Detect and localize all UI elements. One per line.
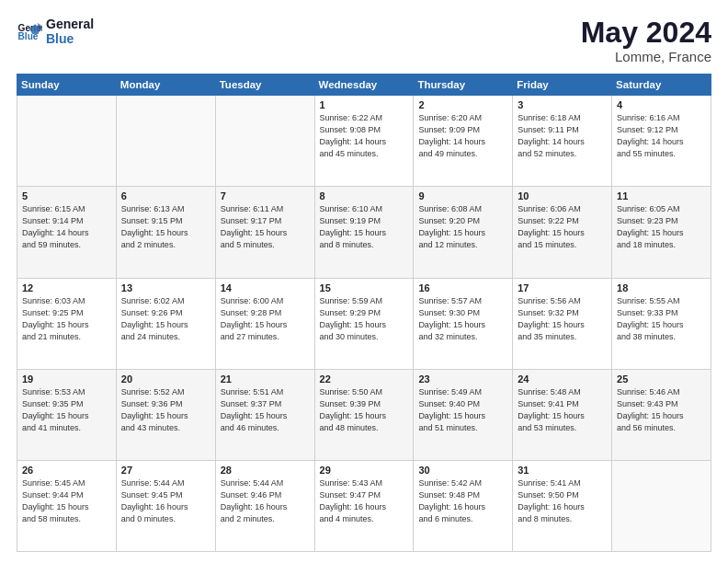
calendar-cell: 5Sunrise: 6:15 AM Sunset: 9:14 PM Daylig… xyxy=(17,187,117,278)
day-info: Sunrise: 6:16 AM Sunset: 9:12 PM Dayligh… xyxy=(617,112,706,160)
weekday-header-monday: Monday xyxy=(116,75,215,96)
day-number: 9 xyxy=(418,190,507,201)
calendar-cell: 29Sunrise: 5:43 AM Sunset: 9:47 PM Dayli… xyxy=(314,460,414,551)
day-info: Sunrise: 5:59 AM Sunset: 9:29 PM Dayligh… xyxy=(320,295,409,343)
day-number: 21 xyxy=(221,373,310,385)
day-number: 3 xyxy=(518,99,607,110)
day-info: Sunrise: 5:41 AM Sunset: 9:50 PM Dayligh… xyxy=(518,477,607,525)
calendar-cell: 3Sunrise: 6:18 AM Sunset: 9:11 PM Daylig… xyxy=(513,96,612,187)
day-number: 25 xyxy=(617,373,706,385)
day-info: Sunrise: 5:52 AM Sunset: 9:36 PM Dayligh… xyxy=(121,386,210,434)
calendar-cell: 6Sunrise: 6:13 AM Sunset: 9:15 PM Daylig… xyxy=(116,187,215,278)
weekday-header-tuesday: Tuesday xyxy=(215,75,314,96)
day-number: 6 xyxy=(121,190,210,201)
day-info: Sunrise: 5:48 AM Sunset: 9:41 PM Dayligh… xyxy=(518,386,607,434)
weekday-header-saturday: Saturday xyxy=(612,75,711,96)
calendar-cell: 10Sunrise: 6:06 AM Sunset: 9:22 PM Dayli… xyxy=(513,187,612,278)
logo: General Blue General Blue xyxy=(17,17,94,46)
day-number: 23 xyxy=(418,373,507,385)
calendar-cell: 13Sunrise: 6:02 AM Sunset: 9:26 PM Dayli… xyxy=(116,278,215,369)
calendar-cell xyxy=(215,96,314,187)
calendar-cell: 25Sunrise: 5:46 AM Sunset: 9:43 PM Dayli… xyxy=(612,369,711,460)
day-number: 22 xyxy=(320,373,409,385)
day-info: Sunrise: 6:05 AM Sunset: 9:23 PM Dayligh… xyxy=(617,203,706,251)
day-info: Sunrise: 5:50 AM Sunset: 9:39 PM Dayligh… xyxy=(320,386,409,434)
day-info: Sunrise: 5:42 AM Sunset: 9:48 PM Dayligh… xyxy=(418,477,507,525)
calendar-cell: 31Sunrise: 5:41 AM Sunset: 9:50 PM Dayli… xyxy=(513,460,612,551)
weekday-header-thursday: Thursday xyxy=(414,75,513,96)
header: General Blue General Blue May 2024 Lomme… xyxy=(17,17,711,64)
day-info: Sunrise: 5:55 AM Sunset: 9:33 PM Dayligh… xyxy=(617,295,706,343)
day-info: Sunrise: 6:15 AM Sunset: 9:14 PM Dayligh… xyxy=(22,203,111,251)
weekday-header-wednesday: Wednesday xyxy=(314,75,414,96)
calendar-cell: 28Sunrise: 5:44 AM Sunset: 9:46 PM Dayli… xyxy=(215,460,314,551)
day-info: Sunrise: 6:11 AM Sunset: 9:17 PM Dayligh… xyxy=(221,203,310,251)
day-number: 8 xyxy=(320,190,409,201)
calendar-cell xyxy=(116,96,215,187)
day-info: Sunrise: 5:49 AM Sunset: 9:40 PM Dayligh… xyxy=(418,386,507,434)
day-number: 11 xyxy=(617,190,706,201)
day-info: Sunrise: 6:22 AM Sunset: 9:08 PM Dayligh… xyxy=(320,112,409,160)
calendar-cell: 16Sunrise: 5:57 AM Sunset: 9:30 PM Dayli… xyxy=(414,278,513,369)
day-info: Sunrise: 5:43 AM Sunset: 9:47 PM Dayligh… xyxy=(320,477,409,525)
calendar-cell: 23Sunrise: 5:49 AM Sunset: 9:40 PM Dayli… xyxy=(414,369,513,460)
day-info: Sunrise: 6:13 AM Sunset: 9:15 PM Dayligh… xyxy=(121,203,210,251)
calendar-cell: 9Sunrise: 6:08 AM Sunset: 9:20 PM Daylig… xyxy=(414,187,513,278)
day-number: 27 xyxy=(121,465,210,476)
calendar-cell xyxy=(612,460,711,551)
calendar-cell: 8Sunrise: 6:10 AM Sunset: 9:19 PM Daylig… xyxy=(314,187,414,278)
calendar-cell: 27Sunrise: 5:44 AM Sunset: 9:45 PM Dayli… xyxy=(116,460,215,551)
calendar-cell: 26Sunrise: 5:45 AM Sunset: 9:44 PM Dayli… xyxy=(17,460,117,551)
location: Lomme, France xyxy=(581,49,711,64)
calendar-cell: 7Sunrise: 6:11 AM Sunset: 9:17 PM Daylig… xyxy=(215,187,314,278)
title-block: May 2024 Lomme, France xyxy=(581,17,711,64)
day-info: Sunrise: 5:44 AM Sunset: 9:45 PM Dayligh… xyxy=(121,477,210,525)
day-number: 31 xyxy=(518,465,607,476)
day-number: 16 xyxy=(418,282,507,293)
day-number: 13 xyxy=(121,282,210,293)
weekday-header-friday: Friday xyxy=(513,75,612,96)
day-info: Sunrise: 6:10 AM Sunset: 9:19 PM Dayligh… xyxy=(320,203,409,251)
weekday-header-sunday: Sunday xyxy=(17,75,117,96)
day-number: 28 xyxy=(221,465,310,476)
day-number: 5 xyxy=(22,190,111,201)
calendar-page: General Blue General Blue May 2024 Lomme… xyxy=(0,0,728,563)
day-info: Sunrise: 5:57 AM Sunset: 9:30 PM Dayligh… xyxy=(418,295,507,343)
logo-general: General xyxy=(46,17,94,31)
calendar-cell: 14Sunrise: 6:00 AM Sunset: 9:28 PM Dayli… xyxy=(215,278,314,369)
calendar-cell xyxy=(17,96,117,187)
calendar-cell: 18Sunrise: 5:55 AM Sunset: 9:33 PM Dayli… xyxy=(612,278,711,369)
day-info: Sunrise: 6:20 AM Sunset: 9:09 PM Dayligh… xyxy=(418,112,507,160)
day-number: 10 xyxy=(518,190,607,201)
calendar-cell: 15Sunrise: 5:59 AM Sunset: 9:29 PM Dayli… xyxy=(314,278,414,369)
day-number: 2 xyxy=(418,99,507,110)
calendar-cell: 12Sunrise: 6:03 AM Sunset: 9:25 PM Dayli… xyxy=(17,278,117,369)
day-number: 18 xyxy=(617,282,706,293)
day-number: 29 xyxy=(320,465,409,476)
calendar-cell: 24Sunrise: 5:48 AM Sunset: 9:41 PM Dayli… xyxy=(513,369,612,460)
day-number: 17 xyxy=(518,282,607,293)
day-info: Sunrise: 5:44 AM Sunset: 9:46 PM Dayligh… xyxy=(221,477,310,525)
logo-blue: Blue xyxy=(46,31,94,46)
logo-icon: General Blue xyxy=(17,18,42,44)
day-info: Sunrise: 6:18 AM Sunset: 9:11 PM Dayligh… xyxy=(518,112,607,160)
month-title: May 2024 xyxy=(581,17,711,49)
day-number: 12 xyxy=(22,282,111,293)
day-number: 20 xyxy=(121,373,210,385)
day-info: Sunrise: 6:00 AM Sunset: 9:28 PM Dayligh… xyxy=(221,295,310,343)
day-info: Sunrise: 5:45 AM Sunset: 9:44 PM Dayligh… xyxy=(22,477,111,525)
day-info: Sunrise: 6:03 AM Sunset: 9:25 PM Dayligh… xyxy=(22,295,111,343)
day-number: 4 xyxy=(617,99,706,110)
calendar-table: SundayMondayTuesdayWednesdayThursdayFrid… xyxy=(17,74,711,552)
calendar-cell: 2Sunrise: 6:20 AM Sunset: 9:09 PM Daylig… xyxy=(414,96,513,187)
day-info: Sunrise: 5:46 AM Sunset: 9:43 PM Dayligh… xyxy=(617,386,706,434)
day-info: Sunrise: 5:53 AM Sunset: 9:35 PM Dayligh… xyxy=(22,386,111,434)
calendar-cell: 4Sunrise: 6:16 AM Sunset: 9:12 PM Daylig… xyxy=(612,96,711,187)
day-info: Sunrise: 5:51 AM Sunset: 9:37 PM Dayligh… xyxy=(221,386,310,434)
day-number: 15 xyxy=(320,282,409,293)
day-info: Sunrise: 6:06 AM Sunset: 9:22 PM Dayligh… xyxy=(518,203,607,251)
calendar-cell: 30Sunrise: 5:42 AM Sunset: 9:48 PM Dayli… xyxy=(414,460,513,551)
day-number: 19 xyxy=(22,373,111,385)
calendar-cell: 21Sunrise: 5:51 AM Sunset: 9:37 PM Dayli… xyxy=(215,369,314,460)
day-info: Sunrise: 6:02 AM Sunset: 9:26 PM Dayligh… xyxy=(121,295,210,343)
